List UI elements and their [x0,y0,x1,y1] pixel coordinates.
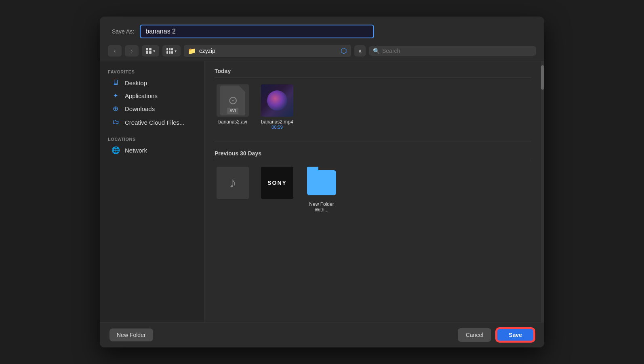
today-header: Today [215,68,531,78]
sidebar: Favorites 🖥 Desktop ✦ Applications ⊕ Dow… [100,61,205,322]
list-item[interactable]: New Folder With... [303,167,340,213]
bottom-bar: New Folder Cancel Save [100,322,544,347]
sidebar-item-label-creative-cloud: Creative Cloud Files... [125,119,185,126]
sidebar-item-applications[interactable]: ✦ Applications [103,90,201,102]
file-name-folder: New Folder With... [303,201,340,213]
chevron-up-icon: ∧ [358,48,362,54]
cancel-button[interactable]: Cancel [458,328,492,342]
scrollbar-thumb[interactable] [541,65,544,90]
list-icon [166,48,173,54]
folder-thumbnail [305,167,338,199]
network-icon: 🌐 [111,146,120,155]
view-list-button[interactable]: ▾ [162,45,181,56]
folder-shape [307,170,336,195]
creative-cloud-icon: 🗂 [111,118,120,126]
save-as-label: Save As: [112,28,134,35]
new-folder-button[interactable]: New Folder [109,328,153,341]
back-icon: ‹ [114,48,116,54]
file-name-mp4: bananas2.mp4 [261,119,293,125]
desktop-icon: 🖥 [111,79,120,87]
file-area: Today ⊙ AVI bananas2.avi [205,61,541,322]
location-bar[interactable]: 📁 ezyzip ⬡ [184,45,351,57]
divider-sections [215,142,531,142]
chevron-down-icon-2: ▾ [175,49,177,53]
folder-icon: 📁 [188,47,196,55]
location-text: ezyzip [199,48,337,54]
sidebar-item-network[interactable]: 🌐 Network [103,144,201,157]
right-buttons: Cancel Save [458,328,535,342]
list-item[interactable]: ♪ [215,167,251,213]
favorites-label: Favorites [100,67,204,76]
search-box: 🔍 [369,46,536,56]
grid-icon [146,48,152,54]
music-note-icon: ♪ [229,174,236,191]
mp4-thumbnail [261,84,293,117]
file-name-avi: bananas2.avi [218,119,247,125]
avi-thumbnail: ⊙ AVI [217,84,249,117]
locations-label: Locations [100,134,204,143]
sidebar-item-downloads[interactable]: ⊕ Downloads [103,102,201,115]
sony-thumbnail: SONY [261,167,293,199]
list-item[interactable]: ⊙ AVI bananas2.avi [215,84,251,130]
sidebar-item-label-desktop: Desktop [125,79,147,86]
list-item[interactable]: SONY [259,167,295,213]
sidebar-item-label-network: Network [125,147,147,154]
save-button[interactable]: Save [496,328,535,342]
avi-label: AVI [227,108,238,114]
file-duration-mp4: 00:59 [271,125,283,130]
sidebar-item-creative-cloud[interactable]: 🗂 Creative Cloud Files... [103,116,201,129]
main-area: Favorites 🖥 Desktop ✦ Applications ⊕ Dow… [100,61,544,322]
save-as-input[interactable] [140,25,374,38]
forward-button[interactable]: › [125,45,139,56]
toolbar-row: ‹ › ▾ ▾ 📁 ezyzip ⬡ ∧ 🔍 [100,45,544,61]
search-input[interactable] [382,48,532,54]
chevron-down-icon: ▾ [153,49,155,53]
view-grid-button[interactable]: ▾ [142,45,159,56]
music-thumbnail: ♪ [217,167,249,199]
back-button[interactable]: ‹ [108,45,122,56]
location-spinner-icon: ⬡ [341,46,347,55]
save-dialog: Save As: ‹ › ▾ ▾ 📁 ezyzip ⬡ ∧ [100,17,544,347]
nebula-graphic [267,90,287,111]
scrollbar-track[interactable] [541,61,544,322]
sony-label: SONY [267,180,287,186]
avi-camera-icon: ⊙ [228,94,238,107]
sidebar-item-label-applications: Applications [125,92,158,99]
forward-icon: › [131,48,133,54]
downloads-icon: ⊕ [111,105,120,113]
applications-icon: ✦ [111,92,120,99]
collapse-button[interactable]: ∧ [354,45,366,56]
search-icon: 🔍 [373,48,380,54]
list-item[interactable]: bananas2.mp4 00:59 [259,84,295,130]
save-as-row: Save As: [100,17,544,45]
sidebar-item-desktop[interactable]: 🖥 Desktop [103,76,201,89]
sidebar-item-label-downloads: Downloads [125,105,155,112]
previous30-header: Previous 30 Days [215,150,531,160]
previous30-files-grid: ♪ SONY New Folder W [215,167,531,213]
today-files-grid: ⊙ AVI bananas2.avi bananas2.mp4 00:59 [215,84,531,130]
